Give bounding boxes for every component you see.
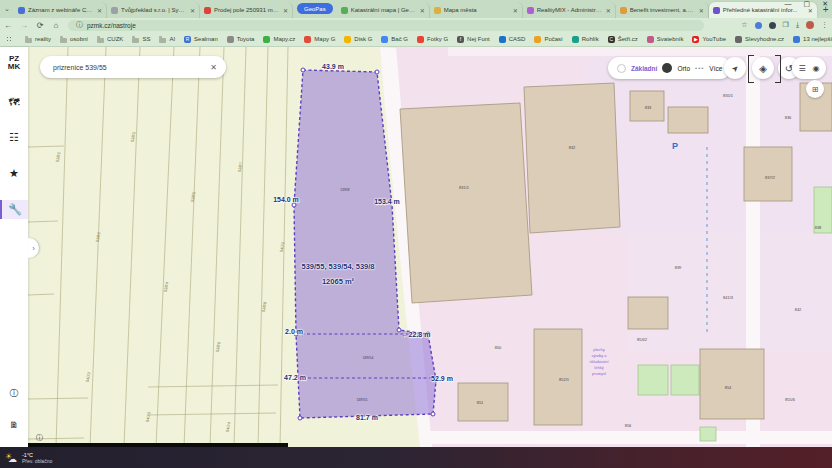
basemap-more-button[interactable]: Více — [709, 65, 722, 72]
tab-favicon-icon — [713, 7, 720, 14]
measurement-label: 153.4 m — [374, 198, 400, 205]
sidebar-bottom-icon[interactable]: ⓘ — [10, 384, 19, 403]
tab-title: Prodej pole 250931 m²; M... — [214, 7, 280, 13]
tab-search-icon[interactable]: ⌄ — [0, 5, 14, 13]
back-button[interactable]: ← — [0, 21, 16, 30]
menu-icon[interactable]: ☰ — [799, 64, 806, 73]
browser-tab[interactable]: Prodej pole 250931 m²; M... ✕ — [200, 2, 293, 18]
bookmark-item[interactable]: Fotky G — [417, 36, 448, 43]
bookmark-item[interactable]: Svatebník — [647, 36, 684, 43]
layers-button[interactable]: ◈ — [752, 57, 774, 79]
bookmark-item[interactable]: Mapy.cz — [263, 36, 295, 43]
bookmark-item[interactable]: osobní — [60, 36, 88, 43]
bookmark-label: Mapy.cz — [273, 36, 295, 42]
browser-tab[interactable]: Benefit investment, a.s. (... ✕ — [616, 2, 709, 18]
bookmark-item[interactable]: C Šetři.cz — [608, 36, 638, 43]
menu-account-pill: ☰ ◉ — [792, 57, 826, 79]
download-icon[interactable]: ⤓ — [796, 21, 799, 29]
map-info-icon[interactable]: ⓘ — [36, 433, 43, 443]
url-bar[interactable]: ⓘ pzmk.cz/nastroje — [68, 20, 704, 31]
bookmark-item[interactable]: CASD — [499, 36, 526, 43]
app-logo[interactable]: PZ MK — [8, 55, 20, 71]
sidebar-tool-icon[interactable]: ★ — [0, 164, 28, 183]
bookmark-item[interactable]: SS — [132, 36, 150, 43]
reload-button[interactable]: ⟳ — [32, 21, 48, 30]
window-maximize-button[interactable]: ▢ — [804, 0, 811, 8]
bookmark-item[interactable] — [6, 36, 16, 43]
bookmark-item[interactable]: Rohlík — [572, 36, 599, 43]
tab-close-icon[interactable]: ✕ — [513, 7, 518, 14]
browser-tab[interactable]: Katastrální mapa | GeoPa... ✕ — [337, 2, 430, 18]
windows-taskbar: ☀☁ -1°C Přev. oblačno — [0, 447, 832, 468]
basemap-switcher: Základní Orto ••• Více — [608, 57, 731, 79]
tab-close-icon[interactable]: ✕ — [699, 7, 704, 14]
parcel-number-label: 852/1 — [559, 377, 569, 382]
basemap-ortho-button[interactable]: Orto — [677, 65, 690, 72]
bookmark-item[interactable]: Počasí — [534, 36, 562, 43]
browser-tab[interactable]: Záznam z webináře CeMu... ✕ — [14, 2, 107, 18]
bookmark-item[interactable]: 13 nejlepších zdroj... — [793, 36, 832, 43]
bookmark-list: reality osobní CUZK SS AI R Sealman — [6, 36, 832, 43]
bookmark-favicon-icon — [499, 36, 506, 43]
bookmark-item[interactable]: CUZK — [97, 36, 123, 43]
measurement-label: ←22.8 m — [402, 331, 431, 338]
bookmark-favicon-icon — [132, 38, 139, 43]
basemap-basic-button[interactable]: Základní — [631, 65, 657, 72]
window-close-button[interactable]: ✕ — [822, 0, 828, 8]
layers-selection-bracket-right — [775, 55, 781, 83]
browser-tab[interactable]: GeoPas ✕ — [297, 3, 333, 14]
weather-widget[interactable]: ☀☁ -1°C Přev. oblačno — [5, 452, 52, 464]
parcel-number-label: 839 — [675, 265, 682, 270]
bookmark-item[interactable]: Mapy G — [304, 36, 335, 43]
bookmark-label: Bač G — [391, 36, 408, 42]
site-info-icon[interactable]: ⓘ — [76, 20, 83, 30]
tab-close-icon[interactable]: ✕ — [420, 7, 425, 14]
tab-manager-icon[interactable]: ❐ — [783, 21, 789, 29]
window-controls: — ▢ ✕ — [785, 0, 829, 8]
basic-basemap-thumb-icon[interactable] — [617, 64, 626, 73]
sidebar-tool-icon[interactable]: ☷ — [0, 128, 28, 147]
sidebar-tool-icon[interactable]: 🔧 — [0, 200, 28, 219]
weather-icon: ☀☁ — [5, 452, 18, 464]
clear-search-icon[interactable]: ✕ — [210, 63, 217, 72]
bookmark-item[interactable]: Slevyhodne.cz — [735, 36, 784, 43]
bookmark-item[interactable]: f Nej Funt — [457, 36, 490, 43]
bookmark-item[interactable]: R Sealman — [184, 36, 218, 43]
tab-close-icon[interactable]: ✕ — [283, 7, 288, 14]
sidebar-bottom-icon[interactable]: 🗎 — [10, 417, 19, 433]
forward-button[interactable]: → — [16, 21, 32, 30]
extension-icon[interactable] — [769, 22, 776, 29]
tab-close-icon[interactable]: ✕ — [606, 7, 611, 14]
bookmark-item[interactable]: Toyota — [227, 36, 255, 43]
sidebar-tool-icon[interactable]: 🗺 — [0, 93, 28, 111]
bookmark-item[interactable]: Disk G — [344, 36, 372, 43]
home-button[interactable]: ⌂ — [48, 21, 64, 30]
window-minimize-button[interactable]: — — [785, 0, 792, 8]
bookmark-favicon-icon: R — [184, 36, 191, 43]
panel-toggle-button[interactable]: ⊞ — [806, 80, 824, 98]
browser-tab[interactable]: RealityMIX - Administrač... ✕ — [523, 2, 616, 18]
bookmark-item[interactable]: Bač G — [381, 36, 408, 43]
ortho-basemap-thumb-icon[interactable] — [662, 63, 672, 73]
weather-desc: Přev. oblačno — [22, 458, 52, 464]
zoning-note: plochyvýroby askladovánílehkýprůmysl — [573, 347, 625, 377]
browser-menu-icon[interactable]: ⋮ — [821, 21, 828, 29]
account-icon[interactable]: ◉ — [812, 64, 819, 73]
browser-tab[interactable]: Mapa města ✕ — [430, 2, 523, 18]
parcel-number-label: 831/1 — [459, 185, 469, 190]
map-search-box[interactable]: prizrenice 539/55 ✕ — [40, 56, 226, 78]
bookmark-star-icon[interactable]: ☆ — [741, 21, 747, 29]
profile-avatar[interactable] — [806, 21, 814, 29]
tab-close-icon[interactable]: ✕ — [190, 7, 195, 14]
bookmark-item[interactable]: ▶ YouTube — [692, 36, 726, 43]
bookmark-item[interactable]: AI — [159, 36, 175, 43]
browser-tab[interactable]: Tvůjpřeklad s.r.o. | Systém... ✕ — [107, 2, 200, 18]
extension-icon[interactable] — [755, 22, 762, 29]
search-input-value[interactable]: prizrenice 539/55 — [53, 64, 210, 71]
map-canvas[interactable]: 43.9 m154.0 m153.4 m2.0 m←22.8 m47.2 m52… — [28, 47, 832, 447]
tab-close-icon[interactable]: ✕ — [97, 7, 102, 14]
bookmark-favicon-icon — [97, 38, 104, 43]
bookmark-favicon-icon — [647, 36, 654, 43]
bookmark-item[interactable]: reality — [25, 36, 51, 43]
compass-button[interactable]: ➤ — [724, 57, 746, 79]
